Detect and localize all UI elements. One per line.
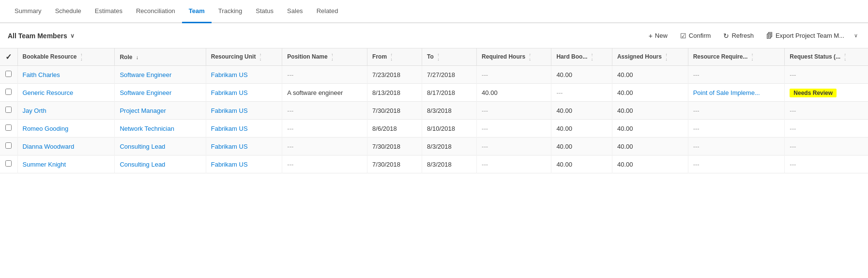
row-checkbox[interactable] bbox=[0, 120, 17, 138]
cell-to: 7/27/2018 bbox=[422, 66, 477, 84]
resunit-link[interactable]: Fabrikam US bbox=[211, 71, 248, 78]
cell-resource[interactable]: Generic Resource bbox=[17, 84, 115, 102]
col-position-name[interactable]: Position Name ↑↓ bbox=[282, 48, 367, 66]
row-checkbox[interactable] bbox=[0, 84, 17, 102]
toolbar: All Team Members ∨ + New ☑ Confirm ↻ Ref… bbox=[0, 23, 868, 48]
position-value: --- bbox=[287, 125, 293, 132]
hard-boo-value: --- bbox=[556, 89, 563, 96]
col-role[interactable]: Role ↓ bbox=[115, 48, 206, 66]
nav-item-sales[interactable]: Sales bbox=[280, 0, 310, 23]
col-from[interactable]: From ↑↓ bbox=[367, 48, 422, 66]
cell-req-status: --- bbox=[785, 155, 868, 173]
select-all-header[interactable]: ✓ bbox=[0, 48, 17, 66]
to-value: 7/27/2018 bbox=[427, 71, 455, 78]
cell-assigned-hours: 40.00 bbox=[612, 84, 688, 102]
cell-hard-boo: --- bbox=[551, 84, 612, 102]
assigned-hours-value: 40.00 bbox=[617, 71, 633, 78]
sort-icons-reqhours: ↑↓ bbox=[529, 53, 531, 62]
col-resource-require[interactable]: Resource Require... ↑↓ bbox=[688, 48, 785, 66]
resource-link[interactable]: Summer Knight bbox=[23, 161, 66, 168]
col-bookable-resource[interactable]: Bookable Resource ↑↓ bbox=[17, 48, 115, 66]
cell-res-req: --- bbox=[688, 138, 785, 155]
position-value: --- bbox=[287, 143, 293, 150]
confirm-button[interactable]: ☑ Confirm bbox=[675, 29, 716, 43]
role-link[interactable]: Network Technician bbox=[120, 125, 174, 132]
cell-resunit: Fabrikam US bbox=[206, 66, 282, 84]
row-checkbox[interactable] bbox=[0, 102, 17, 120]
role-link[interactable]: Software Engineer bbox=[120, 89, 171, 96]
req-status-value: --- bbox=[790, 143, 796, 150]
role-link[interactable]: Consulting Lead bbox=[120, 143, 165, 150]
hard-boo-value: 40.00 bbox=[556, 125, 572, 132]
nav-item-estimates[interactable]: Estimates bbox=[88, 0, 129, 23]
from-value: 8/6/2018 bbox=[372, 125, 397, 132]
res-req-value[interactable]: Point of Sale Impleme... bbox=[693, 89, 760, 96]
cell-res-req: --- bbox=[688, 155, 785, 173]
cell-position: A software engineer bbox=[282, 84, 367, 102]
nav-item-summary[interactable]: Summary bbox=[8, 0, 48, 23]
nav-item-related[interactable]: Related bbox=[310, 0, 345, 23]
resource-link[interactable]: Romeo Gooding bbox=[23, 125, 69, 132]
cell-to: 8/3/2018 bbox=[422, 138, 477, 155]
new-label: New bbox=[655, 32, 668, 39]
nav-item-schedule[interactable]: Schedule bbox=[48, 0, 88, 23]
nav-item-reconciliation[interactable]: Reconciliation bbox=[129, 0, 182, 23]
col-resourcing-unit[interactable]: Resourcing Unit ↑↓ bbox=[206, 48, 282, 66]
export-dropdown-arrow[interactable]: ∨ bbox=[852, 30, 860, 42]
filter-dropdown[interactable]: All Team Members ∨ bbox=[8, 32, 75, 40]
role-link[interactable]: Project Manager bbox=[120, 107, 166, 114]
col-request-status[interactable]: Request Status (... ↑↓ bbox=[785, 48, 868, 66]
col-assigned-hours[interactable]: Assigned Hours ↑↓ bbox=[612, 48, 688, 66]
confirm-label: Confirm bbox=[689, 32, 711, 39]
cell-position: --- bbox=[282, 102, 367, 120]
cell-assigned-hours: 40.00 bbox=[612, 120, 688, 138]
cell-from: 7/30/2018 bbox=[367, 155, 422, 173]
role-link[interactable]: Consulting Lead bbox=[120, 161, 165, 168]
cell-assigned-hours: 40.00 bbox=[612, 138, 688, 155]
cell-resource[interactable]: Romeo Gooding bbox=[17, 120, 115, 138]
cell-resource[interactable]: Dianna Woodward bbox=[17, 138, 115, 155]
export-button[interactable]: 🗐 Export Project Team M... bbox=[761, 29, 850, 43]
new-button[interactable]: + New bbox=[643, 29, 673, 43]
cell-resource[interactable]: Summer Knight bbox=[17, 155, 115, 173]
table-container: ✓ Bookable Resource ↑↓ Role ↓ Resourcing… bbox=[0, 48, 868, 278]
cell-resource[interactable]: Faith Charles bbox=[17, 66, 115, 84]
cell-required-hours: --- bbox=[477, 120, 551, 138]
col-required-hours[interactable]: Required Hours ↑↓ bbox=[477, 48, 551, 66]
row-checkbox[interactable] bbox=[0, 138, 17, 155]
refresh-button[interactable]: ↻ Refresh bbox=[718, 29, 759, 43]
col-hard-boo[interactable]: Hard Boo... ↑↓ bbox=[551, 48, 612, 66]
row-checkbox[interactable] bbox=[0, 66, 17, 84]
resource-link[interactable]: Faith Charles bbox=[23, 71, 60, 78]
table-body: Faith CharlesSoftware EngineerFabrikam U… bbox=[0, 66, 868, 173]
hard-boo-value: 40.00 bbox=[556, 107, 572, 114]
res-req-value: --- bbox=[693, 143, 700, 150]
resunit-link[interactable]: Fabrikam US bbox=[211, 143, 248, 150]
resource-link[interactable]: Jay Orth bbox=[23, 107, 46, 114]
cell-req-status: --- bbox=[785, 138, 868, 155]
cell-resource[interactable]: Jay Orth bbox=[17, 102, 115, 120]
assigned-hours-value: 40.00 bbox=[617, 161, 633, 168]
from-value: 7/30/2018 bbox=[372, 107, 400, 114]
resunit-link[interactable]: Fabrikam US bbox=[211, 89, 248, 96]
resource-link[interactable]: Generic Resource bbox=[23, 89, 74, 96]
resunit-link[interactable]: Fabrikam US bbox=[211, 161, 248, 168]
nav-item-tracking[interactable]: Tracking bbox=[212, 0, 249, 23]
table-header-row: ✓ Bookable Resource ↑↓ Role ↓ Resourcing… bbox=[0, 48, 868, 66]
resunit-link[interactable]: Fabrikam US bbox=[211, 125, 248, 132]
row-checkbox[interactable] bbox=[0, 155, 17, 173]
role-link[interactable]: Software Engineer bbox=[120, 71, 171, 78]
from-value: 8/13/2018 bbox=[372, 89, 400, 96]
cell-position: --- bbox=[282, 120, 367, 138]
cell-to: 8/10/2018 bbox=[422, 120, 477, 138]
nav-item-status[interactable]: Status bbox=[249, 0, 280, 23]
nav-item-team[interactable]: Team bbox=[182, 0, 212, 23]
cell-req-status: --- bbox=[785, 102, 868, 120]
resunit-link[interactable]: Fabrikam US bbox=[211, 107, 248, 114]
resource-link[interactable]: Dianna Woodward bbox=[23, 143, 75, 150]
cell-from: 7/30/2018 bbox=[367, 102, 422, 120]
col-to[interactable]: To ↑↓ bbox=[422, 48, 477, 66]
cell-assigned-hours: 40.00 bbox=[612, 155, 688, 173]
sort-icons-from: ↑↓ bbox=[390, 53, 393, 62]
sort-icons-resunit: ↑↓ bbox=[259, 53, 262, 62]
